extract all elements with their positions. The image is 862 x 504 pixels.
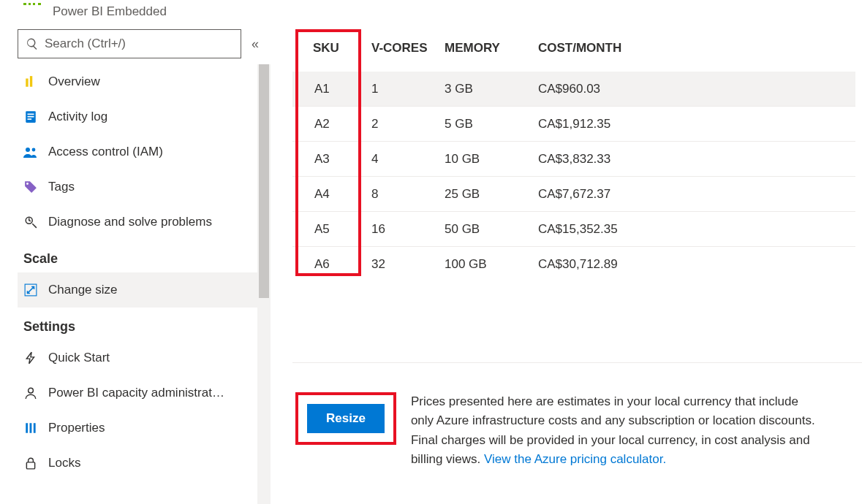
cell-memory: 3 GB: [445, 82, 538, 96]
table-row[interactable]: A51650 GBCA$15,352.35: [292, 212, 855, 247]
col-header-sku: SKU: [292, 41, 371, 56]
admin-icon: [23, 386, 38, 400]
scrollbar-track[interactable]: [257, 64, 271, 504]
svg-rect-11: [26, 423, 28, 433]
sidebar-item-label: Change size: [48, 283, 118, 297]
sidebar-item-label: Locks: [48, 456, 80, 470]
svg-point-10: [29, 388, 34, 393]
cell-memory: 50 GB: [445, 222, 538, 237]
sidebar-item-overview[interactable]: Overview: [18, 64, 257, 99]
svg-rect-3: [28, 114, 34, 115]
svg-point-8: [26, 183, 29, 185]
cell-vcores: 1: [371, 82, 445, 96]
table-row[interactable]: A3410 GBCA$3,832.33: [292, 142, 855, 177]
quick-start-icon: [23, 351, 38, 365]
cell-vcores: 4: [371, 152, 445, 167]
search-icon: [26, 37, 39, 50]
properties-icon: [23, 421, 38, 435]
cell-sku: A3: [292, 152, 371, 167]
col-header-memory: MEMORY: [445, 41, 538, 56]
svg-point-7: [32, 148, 36, 152]
overview-icon: [23, 75, 38, 89]
cell-cost: CA$1,912.35: [538, 117, 855, 131]
sidebar-item-properties[interactable]: Properties: [18, 411, 257, 446]
cell-vcores: 2: [371, 117, 445, 131]
sidebar-item-label: Power BI capacity administrat…: [48, 386, 224, 400]
resource-header: Power BI Embedded: [18, 4, 271, 19]
sidebar-item-label: Quick Start: [48, 351, 110, 365]
settings-section-label: Settings: [18, 308, 257, 340]
svg-rect-13: [34, 423, 36, 433]
svg-rect-1: [30, 76, 32, 87]
resize-button[interactable]: Resize: [307, 404, 385, 433]
scale-section-label: Scale: [18, 240, 257, 272]
svg-rect-5: [28, 118, 32, 120]
cell-vcores: 32: [371, 257, 445, 272]
sidebar-item-label: Overview: [48, 75, 100, 89]
col-header-cost: COST/MONTH: [538, 41, 855, 56]
table-row[interactable]: A632100 GBCA$30,712.89: [292, 247, 855, 282]
sidebar-item-activity[interactable]: Activity log: [18, 99, 257, 134]
svg-rect-14: [26, 462, 34, 469]
sidebar-item-label: Properties: [48, 421, 105, 435]
cell-memory: 5 GB: [445, 117, 538, 131]
sidebar-item-admin[interactable]: Power BI capacity administrat…: [18, 375, 257, 411]
access-icon: [23, 145, 38, 159]
cell-sku: A6: [292, 257, 371, 272]
sidebar-item-label: Tags: [48, 180, 75, 194]
svg-rect-4: [28, 116, 34, 118]
highlight-resize-button: Resize: [295, 392, 396, 445]
sidebar-item-quick-start[interactable]: Quick Start: [18, 340, 257, 375]
sidebar-item-diagnose[interactable]: Diagnose and solve problems: [18, 205, 257, 240]
cell-vcores: 16: [371, 222, 445, 237]
cell-cost: CA$15,352.35: [538, 222, 855, 237]
collapse-sidebar-icon[interactable]: «: [252, 37, 259, 52]
sidebar-item-locks[interactable]: Locks: [18, 446, 257, 481]
cell-memory: 25 GB: [445, 187, 538, 202]
cell-sku: A2: [292, 117, 371, 131]
resource-status-icon: [23, 3, 41, 7]
cell-memory: 10 GB: [445, 152, 538, 167]
table-header: SKU V-CORES MEMORY COST/MONTH: [292, 29, 855, 72]
scrollbar-thumb[interactable]: [259, 64, 269, 298]
search-box[interactable]: [18, 29, 241, 58]
table-row[interactable]: A113 GBCA$960.03: [292, 72, 855, 107]
sidebar-item-change-size[interactable]: Change size: [18, 272, 257, 308]
sidebar-item-label: Activity log: [48, 110, 107, 124]
table-row[interactable]: A4825 GBCA$7,672.37: [292, 177, 855, 212]
svg-rect-0: [26, 79, 28, 87]
tags-icon: [23, 180, 38, 194]
cell-cost: CA$960.03: [538, 82, 855, 96]
cell-vcores: 8: [371, 187, 445, 202]
cell-memory: 100 GB: [445, 257, 538, 272]
cell-cost: CA$30,712.89: [538, 257, 855, 272]
pricing-calculator-link[interactable]: View the Azure pricing calculator.: [484, 452, 666, 466]
pricing-disclaimer: Prices presented here are estimates in y…: [411, 392, 820, 469]
svg-rect-12: [30, 423, 32, 433]
activity-icon: [23, 110, 38, 124]
search-input[interactable]: [18, 30, 241, 58]
resource-name: Power BI Embedded: [53, 4, 167, 19]
sidebar-item-label: Access control (IAM): [48, 145, 163, 159]
svg-point-6: [26, 148, 30, 152]
col-header-vcores: V-CORES: [371, 41, 445, 56]
change-size-icon: [23, 283, 38, 297]
sidebar-item-label: Diagnose and solve problems: [48, 215, 212, 229]
cell-sku: A4: [292, 187, 371, 202]
table-row[interactable]: A225 GBCA$1,912.35: [292, 107, 855, 142]
cell-sku: A5: [292, 222, 371, 237]
cell-cost: CA$7,672.37: [538, 187, 855, 202]
diagnose-icon: [23, 215, 38, 229]
locks-icon: [23, 456, 38, 470]
sidebar-item-access[interactable]: Access control (IAM): [18, 134, 257, 169]
cell-sku: A1: [292, 82, 371, 96]
sidebar-item-tags[interactable]: Tags: [18, 169, 257, 205]
cell-cost: CA$3,832.33: [538, 152, 855, 167]
